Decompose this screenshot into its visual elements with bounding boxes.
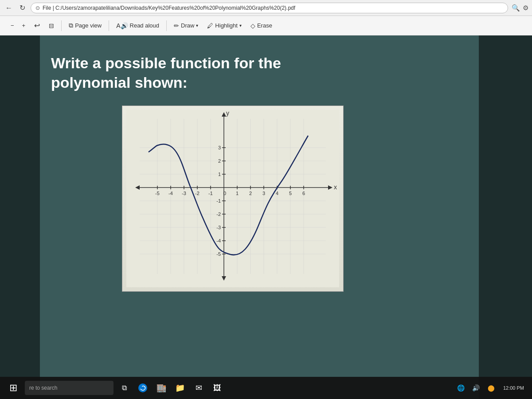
svg-text:-5: -5 [216,251,221,257]
highlight-chevron-icon: ▾ [239,23,242,28]
svg-text:-2: -2 [216,211,221,217]
draw-button[interactable]: ✏ Draw ▾ [170,20,202,31]
zoom-controls: − + [7,20,29,31]
svg-text:5: 5 [289,191,292,196]
right-overlay [479,35,532,399]
taskbar-photos-icon[interactable]: 🖼 [209,380,225,396]
svg-text:3: 3 [262,191,265,196]
taskbar: ⊞ re to search ⧉ 🏬 📁 ✉ 🖼 🌐 🔊 ⬤ 12:00 PM [0,377,532,399]
zoom-out-button[interactable]: − [7,20,18,31]
svg-text:6: 6 [302,191,305,196]
erase-label: Erase [257,22,272,29]
svg-text:-4: -4 [168,191,173,196]
svg-text:y: y [226,110,229,117]
page-view-button[interactable]: ⧉ Page view [65,20,105,31]
taskbar-search[interactable]: re to search [25,381,113,395]
svg-text:-1: -1 [208,191,213,196]
svg-point-67 [138,383,147,392]
svg-text:3: 3 [218,145,221,150]
question-line2: polynomial shown: [51,74,188,91]
page-view-label: Page view [75,22,102,29]
draw-label: Draw [181,22,194,29]
undo-button[interactable]: ↩ [31,20,43,31]
browser-icons: 🔍 ⚙ [512,4,528,12]
volume-icon[interactable]: 🔊 [469,380,483,396]
taskbar-edge-icon[interactable] [135,380,151,396]
erase-button[interactable]: ◇ Erase [247,20,276,31]
highlight-button[interactable]: 🖊 Highlight ▾ [203,20,245,31]
svg-text:-3: -3 [216,225,221,230]
fit-page-button[interactable]: ⊟ [45,20,58,31]
polynomial-graph: x y -5 -4 -3 -2 -1 0 1 [126,110,339,287]
svg-text:-5: -5 [155,191,160,196]
taskbar-mail-icon[interactable]: ✉ [191,380,207,396]
pdf-toolbar: − + ↩ ⊟ ⧉ Page view A🔊 Read aloud ✏ Draw… [0,16,532,35]
settings-icon[interactable]: ⚙ [523,4,528,12]
taskbar-clock[interactable]: 12:00 PM [500,385,528,391]
svg-text:-1: -1 [216,198,221,203]
highlight-label: Highlight [215,22,238,29]
svg-text:2: 2 [218,158,221,164]
separator-1 [61,20,62,31]
zoom-in-button[interactable]: + [19,20,29,31]
taskbar-files-icon[interactable]: 📁 [172,380,188,396]
svg-text:0: 0 [223,191,226,196]
address-bar[interactable]: ⊙ File | C:/Users/zamorapateliliana/Down… [31,3,508,13]
svg-text:-2: -2 [195,191,200,196]
taskbar-store-icon[interactable]: 🏬 [153,380,169,396]
file-icon: ⊙ [35,5,40,11]
draw-icon: ✏ [174,22,179,29]
svg-text:-4: -4 [216,238,221,243]
taskbar-right-area: 🌐 🔊 ⬤ 12:00 PM [454,380,528,396]
svg-text:4: 4 [276,191,278,196]
windows-start-button[interactable]: ⊞ [4,379,22,397]
svg-text:2: 2 [249,191,252,196]
erase-icon: ◇ [250,22,255,29]
svg-text:1: 1 [218,172,221,177]
svg-text:1: 1 [236,191,239,196]
question-title: Write a possible function for the polyno… [51,53,481,92]
back-button[interactable]: ← [4,3,14,13]
read-aloud-label: Read aloud [130,22,160,29]
network-icon[interactable]: 🌐 [454,380,468,396]
graph-container: x y -5 -4 -3 -2 -1 0 1 [122,106,344,292]
browser-bar: ← ↻ ⊙ File | C:/Users/zamorapateliliana/… [0,0,532,16]
reload-button[interactable]: ↻ [18,3,27,13]
separator-3 [166,20,167,31]
read-aloud-button[interactable]: A🔊 Read aloud [113,20,163,31]
main-content: Write a possible function for the polyno… [0,35,532,399]
clock-time: 12:00 PM [503,385,524,391]
read-aloud-icon: A🔊 [116,22,128,29]
svg-text:-3: -3 [182,191,186,196]
search-browser-icon[interactable]: 🔍 [512,4,520,12]
address-text: File | C:/Users/zamorapateliliana/Downlo… [43,5,295,11]
page-view-icon: ⧉ [69,22,73,29]
svg-text:x: x [334,184,337,191]
draw-chevron-icon: ▾ [196,23,198,28]
page-container: Write a possible function for the polyno… [51,53,481,292]
taskbar-task-view[interactable]: ⧉ [116,380,132,396]
left-overlay [0,35,40,399]
search-placeholder-text: re to search [29,385,57,391]
question-line1: Write a possible function for the [51,55,281,71]
separator-2 [109,20,109,31]
highlight-icon: 🖊 [207,22,213,29]
battery-icon[interactable]: ⬤ [485,380,498,396]
